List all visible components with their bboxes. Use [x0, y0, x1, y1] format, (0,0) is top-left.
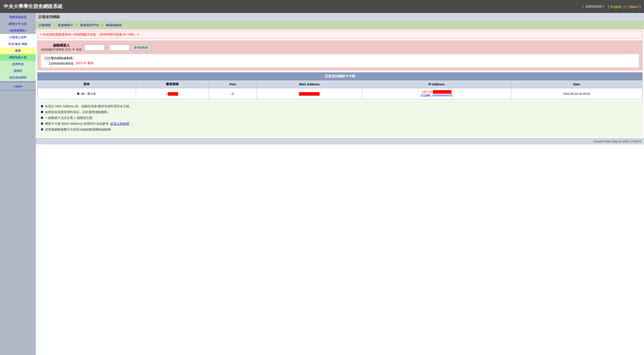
breadcrumb-transfer-code[interactable]: 轉讓啟動碼: [106, 23, 122, 27]
note-dot-3: [41, 117, 43, 119]
mac-help-link[interactable]: 此頁上的說明: [110, 122, 129, 126]
mac-section-title: 註冊您的網路卡卡號: [37, 72, 642, 80]
mac-table: 宿舍 寢室號碼 Port MAC Address IP Address Date…: [37, 80, 642, 100]
note-dot-2: [41, 111, 43, 113]
sep3: ｜: [101, 23, 104, 27]
header: 中央大學學生宿舍網路系統 （ 108502009 ） [ English ] […: [0, 0, 644, 13]
sidebar-item-pay[interactable]: 繳費: [0, 48, 36, 54]
sep1: ｜: [53, 23, 56, 27]
note-text-1: 在登記 MAC Address 前，請確定宿舍/寢室等資料需完全正確。: [45, 104, 132, 108]
col-dormitory: 宿舍: [38, 80, 136, 88]
activation-dash: -: [106, 46, 108, 50]
mac-table-header-row: 宿舍 寢室號碼 Port MAC Address IP Address Date: [38, 80, 642, 88]
note-text-2: 如果宿舍或寢室資料有誤，請勿選然後點刪除。: [45, 110, 111, 114]
cell-dormitory: B6 - 男六舍: [38, 88, 136, 100]
cell-room: 0█████: [136, 88, 209, 100]
sidebar-item-network-apply[interactable]: 申請/修改 網路: [0, 41, 36, 48]
sidebar-item-register-info[interactable]: 註冊個人資料: [0, 34, 36, 41]
content-area: 註冊使用網路 註冊網路 ｜ 更換網路卡 ｜ 更換寢室/Port ｜ 轉讓啟動碼 …: [36, 13, 644, 355]
sep2: ｜: [75, 23, 78, 27]
activation-header: 啟動碼登入 此時啟動可使用至 2022 年 暑假 - 新增啟動碼: [41, 43, 639, 52]
activation-code-tag: 2022 年 暑假: [75, 61, 94, 65]
note-5: 請透過網路繳費方式或至出納組購買網路啟動碼: [41, 128, 639, 132]
room-value: 0█████: [166, 92, 178, 96]
note-4: 網路卡卡號 (MAC Address) 的查詢方法請參考 此頁上的說明 。: [41, 122, 639, 126]
user-id: （ 108502009 ）: [581, 4, 606, 9]
registered-code-section: 已註冊的網路啟動碼： [100000003653] 2022 年 暑假: [41, 54, 639, 68]
breadcrumb-register-network[interactable]: 註冊網路: [38, 23, 51, 27]
col-mac: MAC Address: [256, 80, 362, 88]
sidebar-divider-bottom: [0, 90, 36, 90]
col-room: 寢室號碼: [136, 80, 209, 88]
note-dot-1: [41, 105, 43, 107]
sidebar-item-sms[interactable]: 讀簡訊: [0, 68, 36, 74]
bracket-open: [: [608, 5, 609, 8]
add-code-button[interactable]: 新增啟動碼: [131, 44, 151, 51]
note-text-4-after: 。: [131, 122, 134, 126]
note-text-4-before: 網路卡卡號 (MAC Address) 的查詢方法請參考: [45, 122, 109, 126]
mac-section: 註冊您的網路卡卡號 宿舍 寢室號碼 Port MAC Address IP Ad…: [37, 72, 643, 100]
english-link[interactable]: English: [611, 5, 622, 8]
activation-inputs: - 新增啟動碼: [84, 44, 151, 51]
bracket-close2: ]: [640, 5, 640, 8]
col-date: Date: [511, 80, 642, 88]
sidebar-item-user-area[interactable]: <使用者專區>: [0, 27, 36, 34]
sidebar-item-logout[interactable]: Logout: [0, 83, 36, 89]
row-dot-icon: [77, 92, 80, 95]
mac-value: ██████████: [299, 92, 320, 96]
registered-code-value: [100000003653] 2022 年 暑假: [44, 61, 635, 65]
dormitory-value: B6 - 男六舍: [81, 92, 96, 96]
note-text-5: 請透過網路繳費方式或至出納組購買網路啟動碼: [45, 128, 111, 132]
cell-ip: 140.115.█████████ [已啟動: 100000003653]: [362, 88, 511, 100]
breadcrumb-change-nic[interactable]: 更換網路卡: [58, 23, 73, 27]
sidebar: 宿網系統首頁 網管/計中公告 <使用者專區> 註冊個人資料 申請/修改 網路 繳…: [0, 13, 36, 355]
main-layout: 宿網系統首頁 網管/計中公告 <使用者專區> 註冊個人資料 申請/修改 網路 繳…: [0, 13, 644, 355]
note-1: 在登記 MAC Address 前，請確定宿舍/寢室等資料需完全正確。: [41, 104, 639, 108]
about-link[interactable]: About: [629, 5, 638, 8]
note-text-3: 一組帳號只允許註冊 1 個寢室位置。: [45, 116, 96, 120]
cell-port: D: [209, 88, 257, 100]
cell-date: 2022-05-19 16:20:02: [511, 88, 642, 100]
bracket-close: ]: [624, 5, 624, 8]
site-title: 中央大學學生宿舍網路系統: [4, 3, 62, 10]
cell-mac: ██████████: [256, 88, 362, 100]
activation-input-1[interactable]: [84, 44, 105, 51]
col-ip: IP Address: [362, 80, 511, 88]
activation-code: [100000003653]: [49, 62, 73, 65]
activation-title: 啟動碼登入: [41, 43, 82, 48]
registered-code-label: 已註冊的網路啟動碼：: [44, 56, 635, 60]
sidebar-item-emergency[interactable]: 急用申請: [0, 61, 36, 68]
table-row: B6 - 男六舍 0█████ D ██████████ 140.115.███…: [38, 88, 642, 100]
activation-input-2[interactable]: [109, 44, 130, 51]
footer: Current Time: May-21-2022 17:28:51: [36, 138, 644, 144]
breadcrumb-nav: 註冊網路 ｜ 更換網路卡 ｜ 更換寢室/Port ｜ 轉讓啟動碼: [36, 22, 644, 29]
bracket-open2: [: [626, 5, 627, 8]
activation-subtitle: 此時啟動可使用至 2022 年 暑假: [41, 48, 82, 52]
page-title: 註冊使用網路: [36, 13, 644, 22]
note-2: 如果宿舍或寢室資料有誤，請勿選然後點刪除。: [41, 110, 639, 114]
activation-title-block: 啟動碼登入 此時啟動可使用至 2022 年 暑假: [41, 43, 82, 52]
header-right: （ 108502009 ） [ English ] [ About ]: [581, 4, 640, 9]
breadcrumb-change-room[interactable]: 更換寢室/Port: [80, 23, 99, 27]
note-dot-5: [41, 128, 43, 130]
notes-section: 在登記 MAC Address 前，請確定宿舍/寢室等資料需完全正確。 如果宿舍…: [37, 102, 643, 136]
current-time: Current Time: May-21-2022 17:28:51: [594, 140, 641, 143]
sidebar-item-home[interactable]: 宿網系統首頁: [0, 14, 36, 20]
note-3: 一組帳號只允許註冊 1 個寢室位置。: [41, 116, 639, 120]
sidebar-item-repair[interactable]: 網路報修介面: [0, 54, 36, 61]
activated-code-value: [已啟動: 100000003653]: [365, 94, 508, 98]
note-dot-4: [41, 122, 43, 125]
sidebar-item-send-message[interactable]: 送訊息給網管: [0, 74, 36, 81]
ip-value: 140.115.█████████: [365, 90, 508, 94]
activation-section: 啟動碼登入 此時啟動可使用至 2022 年 暑假 - 新增啟動碼 已註冊的網路啟…: [37, 40, 643, 70]
sidebar-item-announcement[interactable]: 網管/計中公告: [0, 20, 36, 27]
sidebar-divider: [0, 82, 36, 82]
col-port: Port: [209, 80, 257, 88]
warning-bar: !! 任何資料異動需等待一段時間後才生效 （等待時間不超過 24 小時） !!: [37, 31, 643, 39]
